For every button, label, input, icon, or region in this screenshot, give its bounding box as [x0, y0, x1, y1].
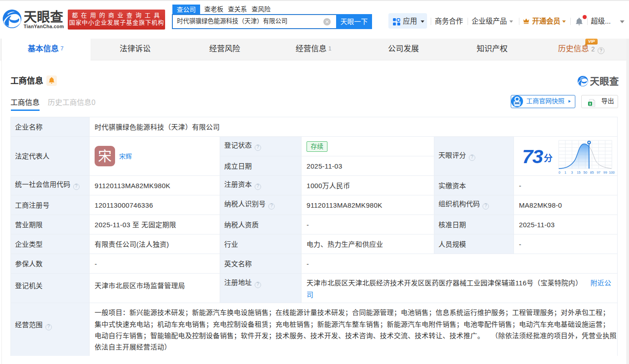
- svg-text:0: 0: [559, 170, 560, 175]
- svg-text:3: 3: [571, 170, 573, 175]
- svg-text:50: 50: [584, 170, 587, 175]
- svg-text:100: 100: [609, 170, 615, 175]
- svg-text:85: 85: [590, 170, 594, 175]
- svg-text:99: 99: [604, 170, 607, 175]
- svg-text:15: 15: [577, 170, 580, 175]
- svg-text:1: 1: [564, 170, 566, 175]
- svg-text:97: 97: [597, 170, 600, 175]
